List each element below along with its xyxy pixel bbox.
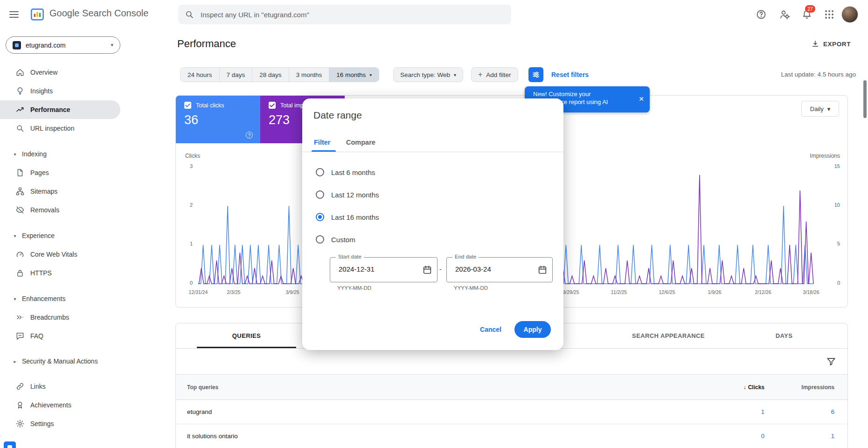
x-tick-label: 12/6/25 <box>659 289 675 295</box>
faq-bubble-icon <box>15 331 25 341</box>
table-row[interactable]: it solutions ontario 0 1 <box>176 424 847 448</box>
reset-filters-link[interactable]: Reset filters <box>551 67 589 82</box>
impressions-checkbox[interactable] <box>269 102 276 109</box>
sidebar-item-overview[interactable]: Overview <box>0 63 120 82</box>
y-tick: 2 <box>176 202 193 208</box>
interval-dropdown[interactable]: Daily ▾ <box>801 101 839 117</box>
sidebar: etugrand.com ▾ Overview Insights Perform… <box>0 29 126 448</box>
chevron-down-icon: ▾ <box>12 152 18 157</box>
manage-users-icon[interactable] <box>779 9 790 20</box>
sidebar-item-links[interactable]: Links <box>0 377 120 396</box>
close-icon[interactable]: ✕ <box>639 95 644 103</box>
sidebar-item-removals[interactable]: Removals <box>0 201 120 219</box>
radio-checked-icon[interactable] <box>316 213 324 221</box>
tab-queries[interactable]: QUERIES <box>197 323 296 348</box>
link-icon <box>15 382 25 391</box>
sidebar-item-insights[interactable]: Insights <box>0 82 120 100</box>
chip-3-months[interactable]: 3 months <box>289 68 330 82</box>
calendar-icon[interactable] <box>422 265 432 275</box>
sidebar-section-enhancements[interactable]: ▾ Enhancements <box>0 289 126 308</box>
y-tick: 10 <box>820 202 840 208</box>
medal-icon <box>15 400 25 410</box>
dialog-tab-compare[interactable]: Compare <box>346 139 375 152</box>
chip-7-days[interactable]: 7 days <box>220 68 253 82</box>
sidebar-item-performance[interactable]: Performance <box>0 100 120 119</box>
download-icon <box>811 40 819 48</box>
right-axis-caption: Impressions <box>773 153 840 159</box>
performance-chart-icon <box>15 105 25 114</box>
tab-days[interactable]: DAYS <box>756 323 812 348</box>
clicks-checkbox[interactable] <box>184 102 191 109</box>
option-custom[interactable]: Custom <box>316 228 355 251</box>
sidebar-item-core-web-vitals[interactable]: Core Web Vitals <box>0 245 120 264</box>
avatar[interactable] <box>841 6 858 23</box>
table-filter-icon[interactable] <box>826 357 836 367</box>
vertical-scrollbar-thumb[interactable] <box>863 80 867 118</box>
chip-16-months[interactable]: 16 months ▾ <box>329 68 379 82</box>
end-date-format-hint: YYYY-MM-DD <box>454 285 488 291</box>
help-icon[interactable] <box>756 9 767 20</box>
toast-line-1: New! Customize your <box>533 90 633 98</box>
cancel-button[interactable]: Cancel <box>474 321 507 338</box>
calendar-icon[interactable] <box>537 265 548 275</box>
table-row[interactable]: etugrand 1 6 <box>176 400 847 424</box>
chip-28-days[interactable]: 28 days <box>252 68 289 82</box>
radio-icon[interactable] <box>316 190 324 199</box>
sidebar-section-experience[interactable]: ▾ Experience <box>0 226 126 245</box>
dialog-tab-filter[interactable]: Filter <box>314 139 330 152</box>
menu-icon[interactable] <box>8 9 20 20</box>
export-button[interactable]: EXPORT <box>811 40 851 48</box>
total-clicks-card[interactable]: Total clicks 36 ? <box>176 96 260 143</box>
radio-icon[interactable] <box>316 168 324 176</box>
option-last-12-months[interactable]: Last 12 months <box>316 183 379 206</box>
chevron-down-icon: ▾ <box>111 42 113 48</box>
sidebar-item-breadcrumbs[interactable]: Breadcrumbs <box>0 308 120 327</box>
option-last-6-months[interactable]: Last 6 months <box>316 161 375 183</box>
divider <box>302 152 563 152</box>
sidebar-item-settings[interactable]: Settings <box>0 414 120 433</box>
query-cell: it solutions ontario <box>176 433 718 440</box>
sidebar-section-security[interactable]: ▸ Security & Manual Actions <box>0 352 126 371</box>
eye-off-icon <box>15 205 25 215</box>
help-circle-icon[interactable]: ? <box>246 132 253 139</box>
sidebar-item-pages[interactable]: Pages <box>0 163 120 182</box>
radio-icon[interactable] <box>316 235 324 244</box>
chevron-down-icon: ▾ <box>454 72 456 77</box>
col-impressions[interactable]: Impressions <box>764 384 847 391</box>
start-date-format-hint: YYYY-MM-DD <box>337 285 371 291</box>
sort-desc-icon: ↓ <box>743 384 746 391</box>
date-range-separator: - <box>439 265 442 273</box>
end-date-field[interactable]: End date <box>446 257 553 282</box>
property-selector[interactable]: etugrand.com ▾ <box>6 36 120 54</box>
add-filter-button[interactable]: + Add filter <box>471 67 518 82</box>
url-inspect-input[interactable] <box>200 10 505 19</box>
property-favicon <box>13 41 21 49</box>
filter-settings-button[interactable] <box>528 67 543 82</box>
apps-grid-icon[interactable] <box>824 9 835 20</box>
sidebar-item-sitemaps[interactable]: Sitemaps <box>0 182 120 201</box>
end-date-input[interactable] <box>454 265 526 273</box>
pages-file-icon <box>15 168 25 177</box>
sidebar-item-faq[interactable]: FAQ <box>0 327 120 345</box>
sidebar-item-achievements[interactable]: Achievements <box>0 396 120 414</box>
apply-button[interactable]: Apply <box>514 321 551 338</box>
start-date-input[interactable] <box>338 265 410 273</box>
sidebar-item-url-inspection[interactable]: URL inspection <box>0 119 120 138</box>
y-tick: 3 <box>176 163 193 169</box>
col-clicks[interactable]: ↓Clicks <box>718 384 764 391</box>
lightbulb-icon <box>15 86 25 96</box>
clicks-cell: 0 <box>718 433 764 440</box>
url-inspect-searchbar[interactable] <box>178 5 511 24</box>
sidebar-section-indexing[interactable]: ▾ Indexing <box>0 145 126 163</box>
tab-search-appearance[interactable]: SEARCH APPEARANCE <box>617 323 720 348</box>
y-tick: 15 <box>820 163 840 169</box>
active-tab-underline <box>197 347 296 348</box>
col-top-queries[interactable]: Top queries <box>176 384 718 391</box>
start-date-field[interactable]: Start date <box>330 257 437 282</box>
search-type-dropdown[interactable]: Search type: Web ▾ <box>393 67 463 82</box>
chevron-down-icon: ▾ <box>827 105 831 112</box>
sidebar-item-https[interactable]: HTTPS <box>0 264 120 282</box>
option-last-16-months[interactable]: Last 16 months <box>316 206 379 228</box>
chip-24-hours[interactable]: 24 hours <box>181 68 220 82</box>
feedback-icon[interactable] <box>4 441 16 448</box>
